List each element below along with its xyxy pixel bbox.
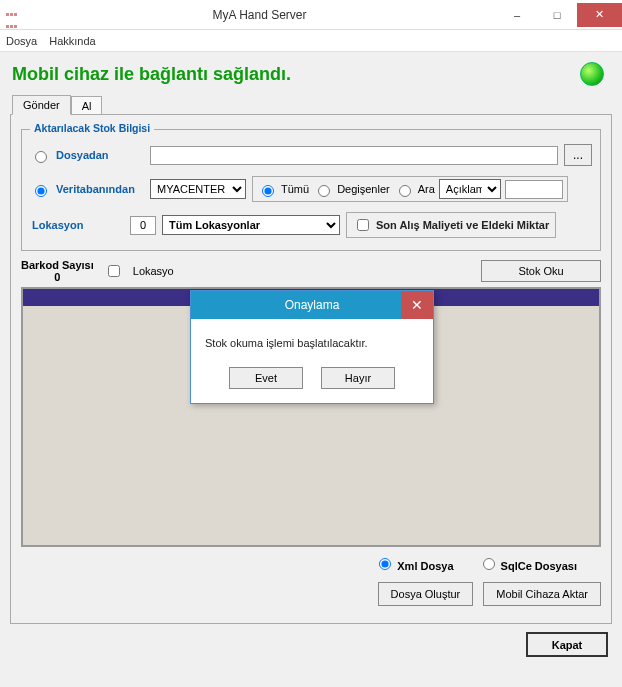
dialog-message: Stok okuma işlemi başlatılacaktır. [191, 319, 433, 359]
dialog-overlay: Onaylama ✕ Stok okuma işlemi başlatılaca… [0, 0, 622, 687]
dialog-titlebar: Onaylama ✕ [191, 291, 433, 319]
dialog-button-row: Evet Hayır [191, 359, 433, 403]
app-window: MyA Hand Server – □ ✕ Dosya Hakkında Mob… [0, 0, 622, 687]
dialog-yes-button[interactable]: Evet [229, 367, 303, 389]
dialog-no-button[interactable]: Hayır [321, 367, 395, 389]
dialog-close-button[interactable]: ✕ [401, 291, 433, 319]
dialog-title: Onaylama [285, 298, 340, 312]
confirm-dialog: Onaylama ✕ Stok okuma işlemi başlatılaca… [190, 290, 434, 404]
tab-send[interactable]: Gönder [12, 95, 71, 115]
